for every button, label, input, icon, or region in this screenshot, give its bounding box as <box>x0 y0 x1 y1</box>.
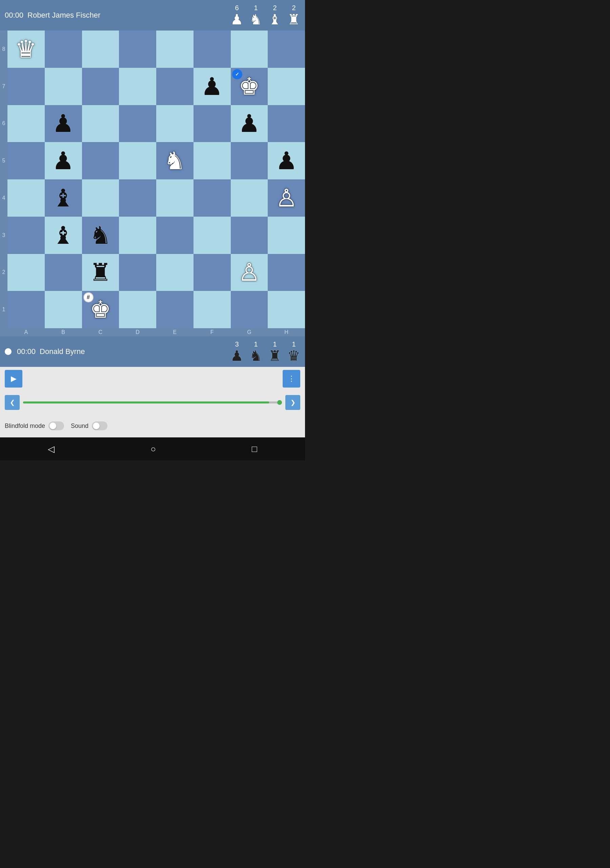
cell-e6[interactable] <box>156 105 194 143</box>
cell-d3[interactable] <box>119 217 156 254</box>
cell-b5[interactable]: ♟ <box>45 142 82 179</box>
cell-e3[interactable] <box>156 217 194 254</box>
cell-g7[interactable]: ✓ ♚ <box>231 68 268 105</box>
cell-b6[interactable]: ♟ <box>45 105 82 143</box>
nav-home-button[interactable]: ○ <box>142 441 164 457</box>
cell-f1[interactable] <box>194 291 231 328</box>
cell-e1[interactable] <box>156 291 194 328</box>
next-button[interactable]: ❯ <box>285 395 300 410</box>
cell-c6[interactable] <box>82 105 119 143</box>
cell-e5[interactable]: ♞ <box>156 142 194 179</box>
cell-b3[interactable]: ♝ <box>45 217 82 254</box>
nav-square-button[interactable]: □ <box>244 441 265 457</box>
cell-c8[interactable] <box>82 31 119 68</box>
cell-d2[interactable] <box>119 254 156 291</box>
cell-b8[interactable] <box>45 31 82 68</box>
progress-bar[interactable] <box>23 401 282 403</box>
cell-a4[interactable] <box>8 179 45 217</box>
top-captured-rook: 2 ♜ <box>287 4 300 27</box>
next-icon: ❯ <box>290 399 296 406</box>
cell-h5[interactable]: ♟ <box>268 142 305 179</box>
cell-d6[interactable] <box>119 105 156 143</box>
cell-f2[interactable] <box>194 254 231 291</box>
cell-g1[interactable] <box>231 291 268 328</box>
cell-g2[interactable]: ♙ <box>231 254 268 291</box>
top-captured-bishop: 2 ♝ <box>268 4 281 27</box>
cell-a6[interactable] <box>8 105 45 143</box>
cell-d8[interactable] <box>119 31 156 68</box>
seek-controls: ❮ ❯ <box>0 391 305 414</box>
bottom-player-name: Donald Byrne <box>40 347 85 356</box>
bottom-player-info: 00:00 Donald Byrne <box>5 347 85 356</box>
cell-f5[interactable] <box>194 142 231 179</box>
top-captured-pieces: 6 ♟ 1 ♞ 2 ♝ 2 ♜ <box>231 4 300 27</box>
cell-d5[interactable] <box>119 142 156 179</box>
cell-e4[interactable] <box>156 179 194 217</box>
cell-h4[interactable]: ♙ <box>268 179 305 217</box>
cell-c2[interactable]: ♜ <box>82 254 119 291</box>
cell-g5[interactable] <box>231 142 268 179</box>
bottom-player-time: 00:00 <box>17 347 36 356</box>
blindfold-toggle[interactable] <box>48 422 64 430</box>
top-captured-knight: 1 ♞ <box>249 4 262 27</box>
cell-f8[interactable] <box>194 31 231 68</box>
cell-f7[interactable]: ♟ <box>194 68 231 105</box>
hash-badge: # <box>84 292 93 302</box>
cell-b4[interactable]: ♝ <box>45 179 82 217</box>
prev-icon: ❮ <box>10 399 15 406</box>
cell-b2[interactable] <box>45 254 82 291</box>
cell-c1[interactable]: # ♚ <box>82 291 119 328</box>
bottom-captured-knight: 1 ♞ <box>249 340 262 363</box>
cell-h7[interactable] <box>268 68 305 105</box>
rank-6: 6 <box>0 105 8 143</box>
nav-back-button[interactable]: ◁ <box>40 441 63 457</box>
cell-e8[interactable] <box>156 31 194 68</box>
cell-a3[interactable] <box>8 217 45 254</box>
cell-d4[interactable] <box>119 179 156 217</box>
cell-h6[interactable] <box>268 105 305 143</box>
rank-5: 5 <box>0 142 8 179</box>
rank-4: 4 <box>0 179 8 217</box>
cell-c3[interactable]: ♞ <box>82 217 119 254</box>
cell-b7[interactable] <box>45 68 82 105</box>
prev-button[interactable]: ❮ <box>5 395 20 410</box>
blindfold-label: Blindfold mode <box>5 423 45 429</box>
cell-f6[interactable] <box>194 105 231 143</box>
cell-d7[interactable] <box>119 68 156 105</box>
cell-e2[interactable] <box>156 254 194 291</box>
sound-toggle[interactable] <box>92 422 107 430</box>
cell-g6[interactable]: ♟ <box>231 105 268 143</box>
cell-f3[interactable] <box>194 217 231 254</box>
rank-3: 3 <box>0 217 8 254</box>
sound-setting: Sound <box>71 422 107 430</box>
cell-h3[interactable] <box>268 217 305 254</box>
cell-a8[interactable]: ♛ <box>8 31 45 68</box>
file-labels: A B C D E F G H <box>0 328 305 336</box>
nav-home-icon: ○ <box>150 444 156 454</box>
cell-d1[interactable] <box>119 291 156 328</box>
more-button[interactable]: ⋮ <box>283 370 300 388</box>
file-d: D <box>119 328 156 336</box>
cell-g3[interactable] <box>231 217 268 254</box>
cell-g4[interactable] <box>231 179 268 217</box>
file-e: E <box>156 328 194 336</box>
cell-h2[interactable] <box>268 254 305 291</box>
cell-f4[interactable] <box>194 179 231 217</box>
cell-g8[interactable] <box>231 31 268 68</box>
rank-1: 1 <box>0 291 8 328</box>
playback-controls: ▶ ⋮ <box>0 367 305 391</box>
cell-a1[interactable] <box>8 291 45 328</box>
cell-c5[interactable] <box>82 142 119 179</box>
cell-a5[interactable] <box>8 142 45 179</box>
cell-e7[interactable] <box>156 68 194 105</box>
cell-b1[interactable] <box>45 291 82 328</box>
cell-a7[interactable] <box>8 68 45 105</box>
cell-c4[interactable] <box>82 179 119 217</box>
more-icon: ⋮ <box>288 374 295 383</box>
rank-2: 2 <box>0 254 8 291</box>
cell-h8[interactable] <box>268 31 305 68</box>
cell-a2[interactable] <box>8 254 45 291</box>
cell-c7[interactable] <box>82 68 119 105</box>
cell-h1[interactable] <box>268 291 305 328</box>
play-button[interactable]: ▶ <box>5 370 22 388</box>
